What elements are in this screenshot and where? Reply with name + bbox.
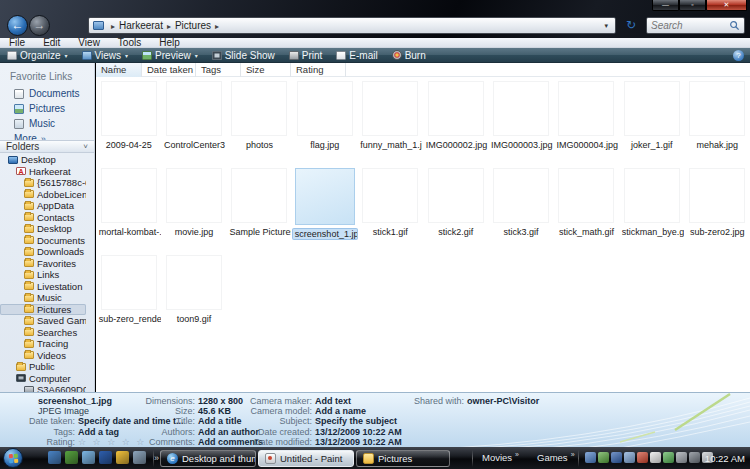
tree-item-contacts[interactable]: Contacts <box>0 212 86 224</box>
sidebar-item-music[interactable]: Music <box>0 116 94 131</box>
slide-show-button[interactable]: Slide Show <box>205 48 282 63</box>
column-header-tags[interactable]: Tags <box>196 63 241 77</box>
details-value[interactable]: Add a tag <box>78 427 119 437</box>
tree-item-pictures[interactable]: Pictures <box>0 304 86 316</box>
menu-help[interactable]: Help <box>150 38 189 48</box>
tray-display-icon[interactable] <box>689 452 700 463</box>
file-item-2009-04-25[interactable]: 2009-04-25 <box>96 77 161 164</box>
tray-app5-icon[interactable] <box>637 452 648 463</box>
taskbar-button-untitled-paint[interactable]: Untitled - Paint <box>258 450 354 467</box>
back-button[interactable]: ← <box>7 15 28 36</box>
address-dropdown-icon[interactable]: ▾ <box>599 22 613 30</box>
taskbar-toolbar-games[interactable]: Games» <box>537 452 575 463</box>
column-header-date-taken[interactable]: Date taken <box>142 63 196 77</box>
mail-icon[interactable] <box>133 451 146 464</box>
e-mail-button[interactable]: E-mail <box>329 48 384 63</box>
file-item-img000003-jpg[interactable]: IMG000003.jpg <box>488 77 553 164</box>
media-player-icon[interactable] <box>99 451 112 464</box>
tray-app1-icon[interactable] <box>585 452 596 463</box>
sidebar-item-pictures[interactable]: Pictures <box>0 101 94 116</box>
tray-app7-icon[interactable] <box>663 452 674 463</box>
preview-button[interactable]: Preview▾ <box>135 48 205 63</box>
file-item-stickman-bye-gif[interactable]: stickman_bye.gif <box>619 164 684 251</box>
tree-item-documents[interactable]: Documents <box>0 235 86 247</box>
show-desktop-icon[interactable] <box>48 451 61 464</box>
organize-button[interactable]: Organize▾ <box>0 48 75 63</box>
tree-item-saved-games[interactable]: Saved Games <box>0 315 86 327</box>
file-item-flag-jpg[interactable]: flag.jpg <box>292 77 357 164</box>
print-button[interactable]: Print <box>282 48 330 63</box>
tree-item-favorites[interactable]: Favorites <box>0 258 86 270</box>
file-item-stick2-gif[interactable]: stick2.gif <box>423 164 488 251</box>
file-item-joker-1-gif[interactable]: joker_1.gif <box>619 77 684 164</box>
switch-windows-icon[interactable] <box>65 451 78 464</box>
file-item-sample-pictures[interactable]: Sample Pictures <box>227 164 292 251</box>
tree-item-desktop[interactable]: Desktop <box>0 154 86 166</box>
file-item-funny-math-1-jpg[interactable]: funny_math_1.jpg <box>358 77 423 164</box>
tree-item-tracing[interactable]: Tracing <box>0 338 86 350</box>
menu-file[interactable]: File <box>0 38 34 48</box>
file-item-stick1-gif[interactable]: stick1.gif <box>358 164 423 251</box>
minimize-button[interactable]: — <box>652 0 679 11</box>
burn-button[interactable]: Burn <box>385 48 433 63</box>
details-value[interactable]: Add a name <box>315 406 366 416</box>
file-item-stick3-gif[interactable]: stick3.gif <box>488 164 553 251</box>
tree-item-music[interactable]: Music <box>0 292 86 304</box>
file-item-stick-math-gif[interactable]: stick_math.gif <box>554 164 619 251</box>
tree-item-livestation[interactable]: Livestation <box>0 281 86 293</box>
file-item-photos[interactable]: photos <box>227 77 292 164</box>
tree-item-s3a6609d003[interactable]: S3A6609D003 ( <box>0 384 86 392</box>
file-item-sub-zero2-jpg[interactable]: sub-zero2.jpg <box>685 164 750 251</box>
tree-item-public[interactable]: Public <box>0 361 86 373</box>
folders-band[interactable]: Folders ˅ <box>0 140 94 153</box>
maximize-button[interactable]: ▫ <box>679 0 706 11</box>
browser-icon[interactable] <box>82 451 95 464</box>
details-value[interactable]: Add text <box>315 396 351 406</box>
sidebar-item-documents[interactable]: Documents <box>0 86 94 101</box>
file-item-screenshot-1-jpg[interactable]: screenshot_1.jpg <box>292 164 357 251</box>
start-button[interactable] <box>3 448 23 468</box>
tray-app4-icon[interactable] <box>624 452 635 463</box>
tree-item-desktop[interactable]: Desktop <box>0 223 86 235</box>
quick-launch-overflow-icon[interactable]: » <box>154 453 159 463</box>
file-item-img000004-jpg[interactable]: IMG000004.jpg <box>554 77 619 164</box>
file-item-sub-zero-render[interactable]: sub-zero_render... <box>96 251 161 338</box>
tray-app2-icon[interactable] <box>598 452 609 463</box>
file-item-movie-jpg[interactable]: movie.jpg <box>161 164 226 251</box>
search-box[interactable] <box>646 17 745 34</box>
file-item-controlcenter3[interactable]: ControlCenter3 <box>161 77 226 164</box>
details-value[interactable]: Specify the subject <box>315 416 397 426</box>
messenger-icon[interactable] <box>116 451 129 464</box>
help-icon[interactable]: ? <box>733 50 744 61</box>
file-item-mortal-kombat[interactable]: mortal-kombat-... <box>96 164 161 251</box>
file-item-mehak-jpg[interactable]: mehak.jpg <box>685 77 750 164</box>
address-bar[interactable]: ▸Harkeerat▸Pictures▸ ▾ <box>88 17 616 34</box>
menu-view[interactable]: View <box>69 38 109 48</box>
tray-app3-icon[interactable] <box>611 452 622 463</box>
views-button[interactable]: Views▾ <box>75 48 136 63</box>
taskbar-button-desktop-and-thumb[interactable]: eDesktop and thumb... <box>160 450 256 467</box>
tree-item-computer[interactable]: Computer <box>0 373 86 385</box>
tree-item-videos[interactable]: Videos <box>0 350 86 362</box>
column-header-name[interactable]: Name▴ <box>96 63 142 77</box>
search-input[interactable] <box>651 20 729 31</box>
tree-item-adobelicensin[interactable]: AdobeLicensin <box>0 189 86 201</box>
tree-item-appdata[interactable]: AppData <box>0 200 86 212</box>
taskbar-button-pictures[interactable]: Pictures <box>356 450 450 467</box>
tree-item-harkeerat[interactable]: AHarkeerat <box>0 166 86 178</box>
tree-item-links[interactable]: Links <box>0 269 86 281</box>
menu-edit[interactable]: Edit <box>34 38 69 48</box>
tray-network-icon[interactable] <box>676 452 687 463</box>
tray-app6-icon[interactable] <box>650 452 661 463</box>
file-item-img000002-jpg[interactable]: IMG000002.jpg <box>423 77 488 164</box>
column-header-size[interactable]: Size <box>241 63 291 77</box>
breadcrumb-segment-harkeerat[interactable]: Harkeerat <box>119 20 163 31</box>
tree-item-5615788c-672[interactable]: {5615788c-672 <box>0 177 86 189</box>
taskbar-toolbar-movies[interactable]: Movies» <box>482 452 519 463</box>
column-header-rating[interactable]: Rating <box>291 63 346 77</box>
breadcrumb-segment-pictures[interactable]: Pictures <box>175 20 211 31</box>
file-item-toon9-gif[interactable]: toon9.gif <box>161 251 226 338</box>
tree-item-downloads[interactable]: Downloads <box>0 246 86 258</box>
refresh-button[interactable]: ↻ <box>620 17 642 34</box>
close-button[interactable]: ✕ <box>706 0 747 11</box>
